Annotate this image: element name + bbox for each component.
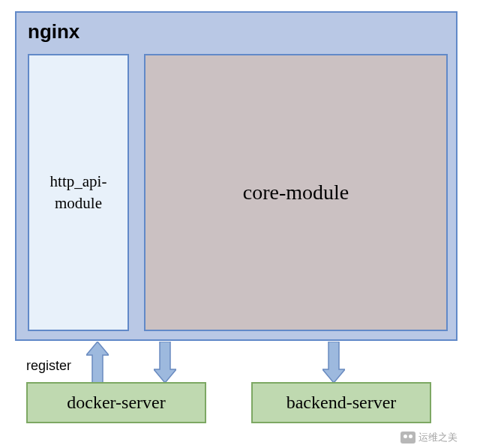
wechat-icon (400, 432, 416, 444)
backend-server-box: backend-server (251, 382, 431, 423)
register-arrow-up-icon (86, 342, 109, 383)
docker-server-label: docker-server (67, 393, 165, 413)
docker-server-box: docker-server (26, 382, 206, 423)
nginx-title: nginx (28, 20, 80, 43)
arrow-down-backend-icon (322, 342, 345, 383)
register-label: register (26, 358, 71, 374)
backend-server-label: backend-server (286, 393, 397, 413)
arrow-down-docker-icon (154, 342, 176, 383)
watermark-text: 运维之美 (418, 431, 458, 444)
watermark: 运维之美 (400, 431, 458, 444)
nginx-container: nginx http_api-module core-module (15, 11, 458, 341)
http-api-module-box: http_api-module (28, 54, 129, 331)
core-module-box: core-module (144, 54, 448, 331)
core-module-label: core-module (243, 181, 350, 205)
http-api-module-label: http_api-module (37, 171, 120, 215)
